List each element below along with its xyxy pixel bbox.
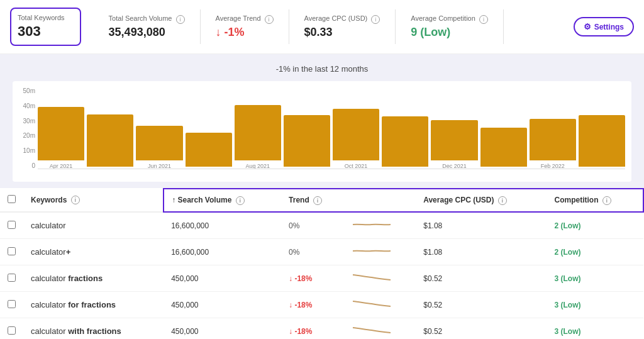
search-volume-info-icon[interactable]: i (176, 15, 185, 24)
table-section: Keywords i ↑ Search Volume i Trend i (0, 188, 644, 339)
sparkline-cell (345, 212, 416, 239)
stats-row: Total Keywords 303 Total Search Volume i… (0, 0, 644, 54)
bar (431, 120, 477, 160)
search-volume-cell: 450,000 (164, 265, 281, 292)
cpc-cell: $0.52 (416, 265, 547, 292)
competition-cell: 3 (Low) (547, 265, 643, 292)
chart-title: -1% in the last 12 months (13, 64, 631, 74)
search-volume-col-info-icon[interactable]: i (236, 196, 245, 205)
competition-col-info-icon[interactable]: i (602, 196, 611, 205)
table-body: calculator 16,600,000 0% $1.08 2 (Low) c… (0, 212, 643, 339)
row-checkbox-cell (0, 265, 23, 292)
header-competition: Competition i (547, 189, 643, 212)
bar-group (87, 114, 133, 169)
avg-competition-value: 9 (Low) (411, 26, 488, 39)
competition-cell: 2 (Low) (547, 212, 643, 239)
cpc-cell: $1.08 (416, 239, 547, 265)
y-axis: 50m 40m 30m 20m 10m 0 (13, 81, 38, 182)
bar-group (579, 115, 625, 169)
bar-group (480, 128, 527, 169)
search-volume-cell: 16,600,000 (164, 239, 281, 265)
row-checkbox[interactable] (8, 326, 16, 335)
chart-area: 50m 40m 30m 20m 10m 0 Apr 2021Jun 2021Au… (13, 81, 631, 182)
table-row: calculator for fractions 450,000 ↓ -18% … (0, 292, 643, 318)
trend-value: ↓ -18% (289, 327, 312, 336)
avg-cpc-info-icon[interactable]: i (371, 15, 380, 24)
bar (579, 115, 625, 167)
keywords-info-icon[interactable]: i (71, 196, 80, 204)
cpc-cell: $0.52 (416, 292, 547, 318)
avg-trend-info-icon[interactable]: i (265, 15, 274, 24)
sparkline-cell (345, 318, 416, 340)
sparkline-chart (353, 324, 391, 336)
avg-competition-stat: Average Competition i 9 (Low) (396, 9, 504, 43)
bar-group: Feb 2022 (530, 119, 576, 169)
trend-value: 0% (289, 248, 299, 257)
row-checkbox[interactable] (8, 221, 16, 229)
sparkline-cell (345, 292, 416, 318)
sparkline-chart (353, 271, 391, 284)
avg-competition-info-icon[interactable]: i (479, 15, 488, 24)
avg-trend-stat: Average Trend i ↓ -1% (201, 9, 289, 43)
sparkline-chart (353, 245, 391, 257)
bar (480, 128, 527, 167)
competition-value: 3 (Low) (555, 327, 581, 336)
row-checkbox[interactable] (8, 274, 16, 282)
sparkline-cell (345, 239, 416, 265)
trend-col-info-icon[interactable]: i (313, 196, 322, 205)
row-checkbox[interactable] (8, 247, 16, 255)
row-checkbox-cell (0, 239, 23, 265)
total-keywords-value: 303 (18, 23, 65, 40)
trend-cell: ↓ -18% (281, 265, 345, 292)
bar-group (284, 115, 330, 169)
bar (530, 119, 576, 160)
select-all-checkbox[interactable] (8, 195, 16, 203)
row-checkbox-cell (0, 318, 23, 340)
trend-cell: ↓ -18% (281, 318, 345, 340)
cpc-cell: $0.52 (416, 318, 547, 340)
table-row: calculator 16,600,000 0% $1.08 2 (Low) (0, 212, 643, 239)
bar (333, 109, 379, 160)
keywords-table: Keywords i ↑ Search Volume i Trend i (0, 188, 644, 339)
keyword-cell: calculator fractions (23, 265, 164, 292)
table-row: calculator with fractions 450,000 ↓ -18%… (0, 318, 643, 340)
bar (136, 126, 182, 160)
bar (186, 133, 232, 167)
competition-cell: 3 (Low) (547, 292, 643, 318)
search-volume-value: 35,493,080 (109, 26, 185, 39)
bar (87, 114, 133, 167)
row-checkbox-cell (0, 292, 23, 318)
avg-cpc-col-info-icon[interactable]: i (498, 196, 507, 205)
trend-arrow-down-icon: ↓ (216, 26, 221, 38)
bar-group (186, 133, 232, 169)
bar-group: Oct 2021 (333, 109, 379, 169)
bar-group: Dec 2021 (431, 120, 477, 169)
search-volume-label: Total Search Volume i (109, 14, 185, 23)
sparkline-chart (353, 297, 391, 310)
sparkline-chart (353, 218, 391, 231)
settings-button[interactable]: ⚙ Settings (574, 17, 634, 36)
competition-cell: 3 (Low) (547, 318, 643, 340)
keyword-bold: for fractions (68, 300, 116, 309)
avg-cpc-value: $0.33 (304, 26, 380, 39)
trend-cell: 0% (281, 239, 345, 265)
keyword-bold: with fractions (68, 326, 121, 336)
search-volume-cell: 16,600,000 (164, 212, 281, 239)
table-row: calculator fractions 450,000 ↓ -18% $0.5… (0, 265, 643, 292)
bar-group: Jun 2021 (136, 126, 182, 169)
trend-value: 0% (289, 221, 299, 230)
competition-value: 2 (Low) (555, 221, 581, 230)
row-checkbox[interactable] (8, 300, 16, 308)
avg-cpc-label: Average CPC (USD) i (304, 14, 380, 23)
competition-value: 2 (Low) (555, 248, 581, 257)
avg-competition-label: Average Competition i (411, 14, 488, 23)
keyword-cell: calculator+ (23, 239, 164, 265)
trend-cell: 0% (281, 212, 345, 239)
bar-group: Aug 2021 (235, 105, 281, 169)
header-avg-cpc: Average CPC (USD) i (416, 189, 547, 212)
competition-cell: 2 (Low) (547, 239, 643, 265)
total-keywords-label: Total Keywords (18, 14, 65, 21)
search-volume-cell: 450,000 (164, 318, 281, 340)
keyword-bold: + (66, 247, 71, 257)
avg-trend-label: Average Trend i (216, 14, 274, 23)
